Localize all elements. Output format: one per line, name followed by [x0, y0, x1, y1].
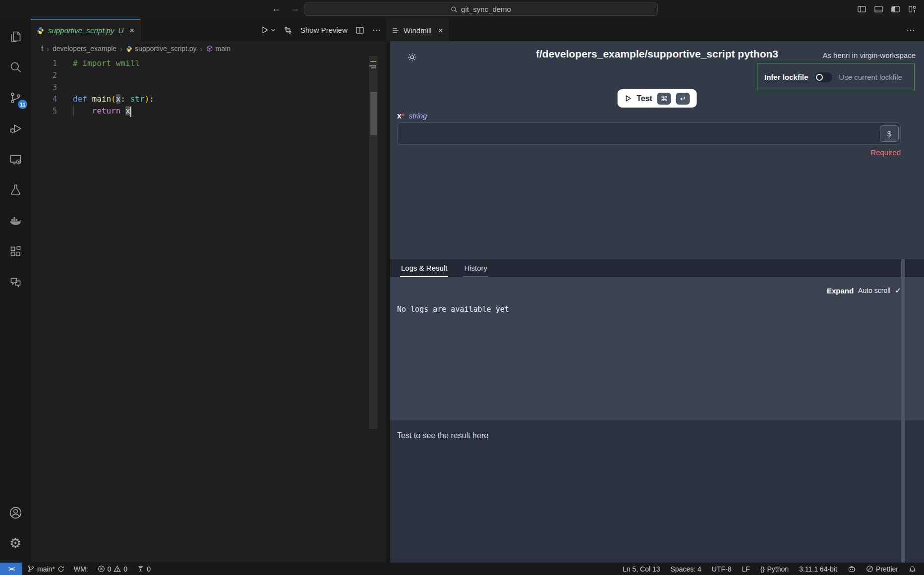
webview-icon	[392, 28, 399, 34]
extensions-icon[interactable]	[3, 239, 27, 264]
use-current-lockfile-label: Use current lockfile	[839, 73, 902, 81]
search-view-icon[interactable]	[3, 55, 27, 79]
tab-close-icon[interactable]: ×	[129, 26, 134, 36]
remote-explorer-icon[interactable]	[3, 147, 27, 172]
breadcrumb-symbol[interactable]: main	[206, 45, 231, 53]
formatter-item[interactable]: Prettier	[866, 565, 898, 573]
radio-tower-icon	[137, 565, 144, 573]
breadcrumb-separator: ›	[47, 45, 49, 53]
result-tabs: Logs & Result History	[390, 259, 924, 277]
sync-icon	[58, 566, 64, 573]
editor-scrollbar-thumb[interactable]	[370, 92, 377, 135]
enter-key-icon: ↵	[676, 93, 690, 105]
windmill-more-actions-icon[interactable]: ⋯	[906, 19, 916, 41]
lockfile-toggle[interactable]	[814, 72, 832, 82]
code-line: 2	[31, 69, 386, 81]
nav-forward-icon[interactable]: →	[290, 3, 299, 14]
indentation-item[interactable]: Spaces: 4	[671, 565, 701, 573]
source-control-icon[interactable]: 11	[3, 85, 27, 110]
webview-scrollbar[interactable]	[901, 259, 905, 563]
explorer-icon[interactable]	[3, 24, 27, 49]
error-icon	[98, 565, 105, 573]
layout-controls	[857, 4, 917, 14]
windmill-form-section: f/developers_example/supportive_script p…	[390, 41, 924, 259]
toggle-panel-icon[interactable]	[874, 4, 883, 14]
language-mode-item[interactable]: {} Python	[760, 565, 789, 573]
settings-gear-icon[interactable]: ⚙	[3, 531, 27, 556]
play-icon	[624, 95, 632, 102]
testing-icon[interactable]	[3, 177, 27, 202]
run-debug-icon[interactable]	[3, 116, 27, 141]
python-file-icon	[37, 27, 44, 34]
problems-item[interactable]: 0 0	[98, 565, 128, 573]
code-line: 3	[31, 81, 386, 93]
lockfile-option-box: Infer lockfile Use current lockfile	[757, 63, 915, 91]
code-editor[interactable]: 1# import wmill234def main(x: str):5 ret…	[31, 56, 386, 563]
autoscroll-label[interactable]: Auto scroll	[858, 287, 890, 294]
windmill-tab-bar: Windmill × ⋯	[386, 19, 924, 41]
x-argument-input[interactable]	[397, 122, 901, 145]
open-changes-icon[interactable]	[284, 26, 292, 35]
nav-back-icon[interactable]: ←	[272, 3, 281, 14]
minimap-mark-code	[371, 67, 376, 68]
status-left: main* WM: 0 0 0	[22, 565, 151, 573]
ports-item[interactable]: 0	[137, 565, 151, 573]
breadcrumb: f › developers_example › supportive_scri…	[31, 41, 386, 56]
no-logs-message: No logs are available yet	[397, 305, 509, 314]
test-button-label: Test	[636, 94, 652, 103]
toggle-knob	[816, 74, 823, 81]
line-number: 2	[31, 69, 57, 81]
cursor-position-item[interactable]: Ln 5, Col 13	[623, 565, 660, 573]
arg-name: x	[397, 112, 402, 120]
tab-history[interactable]: History	[463, 259, 488, 277]
slash-circle-icon	[866, 565, 873, 573]
test-button[interactable]: Test ⌘ ↵	[617, 89, 697, 108]
tab-windmill[interactable]: Windmill ×	[386, 19, 449, 41]
braces-icon: {}	[760, 565, 765, 573]
minimap-mark-comment	[370, 61, 376, 62]
breadcrumb-file[interactable]: supportive_script.py	[126, 45, 197, 53]
accounts-icon[interactable]	[3, 500, 27, 525]
wm-status-item[interactable]: WM:	[74, 565, 88, 573]
breadcrumb-separator: ›	[120, 45, 122, 53]
breadcrumb-root[interactable]: f	[41, 45, 43, 53]
check-icon: ✓	[895, 286, 901, 295]
tab-modified-flag: U	[118, 26, 123, 35]
toggle-secondary-sidebar-icon[interactable]	[891, 4, 900, 14]
docker-icon[interactable]	[3, 208, 27, 233]
more-actions-icon[interactable]: ⋯	[372, 25, 381, 36]
customize-layout-icon[interactable]	[908, 4, 917, 14]
encoding-item[interactable]: UTF-8	[712, 565, 732, 573]
breadcrumb-folder[interactable]: developers_example	[53, 45, 116, 53]
line-number: 4	[31, 93, 57, 105]
run-python-file-icon[interactable]	[261, 26, 276, 34]
tab-label: supportive_script.py	[48, 26, 114, 35]
command-center-search[interactable]: git_sync_demo	[304, 2, 658, 16]
windmill-tab-close-icon[interactable]: ×	[438, 26, 443, 36]
code-line: 1# import wmill	[31, 58, 386, 69]
python-interpreter-item[interactable]: 3.11.1 64-bit	[799, 565, 837, 573]
tab-supportive-script[interactable]: supportive_script.py U ×	[31, 19, 141, 41]
windmill-group: Windmill × ⋯ f/developers_example/suppor…	[386, 19, 924, 563]
copilot-icon[interactable]	[848, 565, 856, 573]
variable-picker-button[interactable]: $	[880, 125, 899, 142]
expand-button[interactable]: Expand	[827, 287, 854, 295]
git-branch-item[interactable]: main*	[27, 565, 64, 573]
result-panel: Test to see the result here	[390, 420, 924, 563]
comments-icon[interactable]	[3, 270, 27, 294]
logs-panel: Expand Auto scroll ✓ No logs are availab…	[390, 277, 924, 420]
split-editor-icon[interactable]	[355, 26, 364, 35]
editor-group: supportive_script.py U × Show Preview	[31, 19, 386, 563]
status-right: Ln 5, Col 13 Spaces: 4 UTF-8 LF {} Pytho…	[623, 565, 924, 573]
toggle-primary-sidebar-icon[interactable]	[857, 4, 866, 14]
search-icon	[451, 6, 458, 13]
remote-indicator[interactable]: ><	[0, 563, 22, 575]
logs-controls: Expand Auto scroll ✓	[827, 286, 901, 295]
workspace-context: As henri in virgin-workspace	[822, 51, 916, 59]
show-preview-button[interactable]: Show Preview	[300, 26, 347, 34]
eol-item[interactable]: LF	[742, 565, 750, 573]
notifications-bell-icon[interactable]	[909, 565, 916, 573]
windmill-tab-label: Windmill	[404, 26, 432, 35]
code-line: 5 return x	[31, 105, 386, 117]
tab-logs-result[interactable]: Logs & Result	[400, 259, 448, 277]
